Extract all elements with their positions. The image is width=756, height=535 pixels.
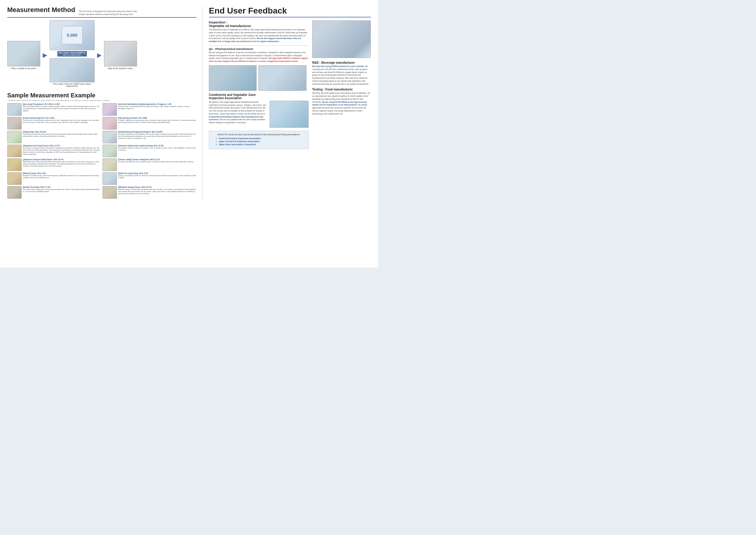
measurement-method-header: Measurement Method The RX series is desi… [7,6,197,18]
sample-item-eclair: [Éclair] Chocolate: Brix 77.5% The name … [7,186,101,199]
left-column: Measurement Method The RX series is desi… [7,6,197,200]
condiments-text: We perform JAS (Japan Agricultural Stand… [209,101,266,124]
arrow1: ▶ [43,51,47,59]
step2-label-rxi: RX-i series: Touch START tostart a measu… [57,51,87,57]
sample-item-nail: [Nail polish] Acetone: RI 1.3590 In Japa… [102,117,197,129]
sample-item-caesar: [Caesar salad] Caesar vinaigrette: Brix … [102,158,197,171]
vegetable-oil-heading: Inspection : Vegetable oil manufacturer [209,20,309,28]
caesar-name: [Caesar salad] Caesar vinaigrette: Brix … [118,158,194,160]
eyedrop-desc: One drop dispensed from a bottle is appr… [23,105,101,112]
ramen-name: [Ramen] Soup: Brix 4.6% [23,172,101,174]
step1-image [7,41,40,67]
pharmaceutical-text: We are using the RX-5000α to check the c… [209,51,309,63]
step3-label: Wipe off the sample to clean. [108,67,133,70]
person-photo [312,20,371,58]
measurement-method-subtitle: The RX series is designed for extremely … [79,10,137,16]
shark-desc: Japan is a supplier of shark fin. Shark … [118,175,197,179]
soap-thumb [7,131,22,143]
arrow2: ▶ [97,51,101,59]
step1: Place a sample on the prism. [7,41,40,70]
measurement-steps: Place a sample on the prism. ▶ 0.000 RX-… [7,20,197,90]
rd-heading: R&D : Beverage manufacturer [312,61,371,64]
sample-left-items: [Eye drop] Tocopherol: RI 1.503 to 1.507… [7,103,101,200]
nail-name: [Nail polish] Acetone: RI 1.3590 [118,117,197,119]
dish-thumb [102,131,117,143]
soap-name: [Soap] Soap: Brix 24.12% [23,131,101,133]
step2-bottom-image [50,58,94,82]
ramen-desc: Noodles of Chinese origin, ramen have be… [23,175,101,179]
sample-item-ramen: [Ramen] Soup: Brix 4.6% Noodles of Chine… [7,172,101,185]
eyedrop-name: [Eye drop] Tocopherol: RI 1.503 to 1.507 [23,103,101,105]
dish-name: [Dishwashing detergent] Detergent: Brix … [118,131,197,133]
feedback-pharmaceutical: QC : Pharmaceutical manufacturer We are … [209,47,309,63]
tempura-thumb [7,158,22,171]
feedback-right-column: R&D : Beverage manufacturer We have been… [312,20,371,149]
rd-text: We have been using ATAGO products for ov… [312,65,371,85]
condiments-text-block: We perform JAS (Japan Agricultural Stand… [209,101,266,124]
testing-heading: Testing : Food manufacturer [312,88,371,91]
tempura-name: [Japanese tempura bowl] Sauce: Brix 23.4… [23,158,101,160]
antiitch-thumb [102,103,117,116]
sample-item-shark: [Shark fin soup] Soup: Brix 5.1% Japan i… [102,172,197,185]
lab-photo [258,65,306,91]
beef-thumb [7,145,22,157]
atago-box-list: Food Environment Inspection Association … [213,137,305,146]
sample-measurement-title: Sample Measurement Example [7,92,197,99]
atago-list-item-3: Japan Juice Association Corporation [216,143,305,146]
beef-name: [Japanese beef bowl] Sauce: Brix 13.7% [23,145,101,147]
condiments-section: Condiments and Vegetable JuiceInspection… [209,93,309,128]
testing-section: Testing : Food manufacturer Recently, wi… [312,88,371,115]
shark-name: [Shark fin soup] Soup: Brix 5.1% [118,172,197,174]
mitarashi-desc: Mitarashi dango is a Japanese dumpling m… [118,188,197,195]
seafood-desc: This healthy salad is a mixture of seafo… [118,147,197,151]
caesar-desc: An Italian-born Mexican chef, Caesar Car… [118,161,194,163]
tempura-desc: After World War II, then Supreme Allied … [23,161,101,167]
end-user-feedback-title: End User Feedback [209,6,371,17]
nail-thumb [102,117,117,129]
step3: Wipe off the sample to clean. [104,41,137,70]
seafood-thumb [102,145,117,157]
rd-section: R&D : Beverage manufacturer We have been… [312,61,371,85]
eyedrop-thumb [7,103,22,116]
ramen-thumb [7,172,22,185]
facemask-thumb [7,117,22,129]
sample-item-eyedrop: [Eye drop] Tocopherol: RI 1.503 to 1.507… [7,103,101,116]
eclair-thumb [7,186,22,199]
sample-item-antiitch: [Anti-Itch Medications] Diphenhydramine:… [102,103,197,116]
soap-desc: Soap may have been first discovered when… [23,133,101,137]
feedback-vegetable-oil: Inspection : Vegetable oil manufacturer … [209,20,309,43]
condiments-layout: We perform JAS (Japan Agricultural Stand… [209,101,309,128]
top-section: Measurement Method The RX series is desi… [7,6,371,200]
condiments-heading: Condiments and Vegetable JuiceInspection… [209,93,309,100]
step3-image [104,41,137,67]
sample-item-dish: [Dishwashing detergent] Detergent: Brix … [102,131,197,143]
bottles-photo [209,65,256,91]
page: Measurement Method The RX series is desi… [0,0,378,268]
feedback-main: Inspection : Vegetable oil manufacturer … [209,20,309,149]
sample-measurement-note: * Refractive index and Brix are referenc… [7,99,197,101]
sample-item-mitarashi: [Mitarashi dango] Sauce: Brix 48.7% Mita… [102,186,197,199]
seafood-name: [Seafood salad] Asian salad dressing: Br… [118,145,197,147]
atago-box: ATAGO RX series are also used at laborat… [209,131,309,149]
pharmaceutical-heading: QC : Pharmaceutical manufacturer [209,47,309,50]
step2-label-rxalpha: RX-α series: Press the START key to star… [50,83,94,87]
testing-text: Recently, with food safety issues becomi… [312,92,371,115]
right-column: End User Feedback Inspection : Vegetable… [202,6,371,200]
step2-middle: 0.000 RX-i series: Touch START tostart a… [50,20,94,87]
step2-display-image: 0.000 [50,20,94,50]
sample-item-facemask: [Facial masks] Glycerin: RI 1.4740 Cream… [7,117,101,129]
sample-item-seafood: [Seafood salad] Asian salad dressing: Br… [102,145,197,157]
condiments-photo [270,101,309,128]
mid-photos [209,65,309,91]
sample-item-tempura: [Japanese tempura bowl] Sauce: Brix 23.4… [7,158,101,171]
atago-list-item-1: Food Environment Inspection Association [216,137,305,139]
caesar-thumb [102,158,117,171]
facemask-name: [Facial masks] Glycerin: RI 1.4740 [23,117,101,119]
vegetable-oil-text: The Refractive Index of vegetable oil is… [209,28,309,43]
antiitch-desc: Itching of skin is associated with insec… [118,105,197,110]
sample-grid: [Eye drop] Tocopherol: RI 1.503 to 1.507… [7,103,197,200]
measurement-method-title: Measurement Method [7,6,75,14]
sample-item-beef: [Japanese beef bowl] Sauce: Brix 13.7% T… [7,145,101,157]
beef-desc: The custom of eating beef was introduced… [23,147,101,156]
feedback-layout: Inspection : Vegetable oil manufacturer … [209,20,371,149]
